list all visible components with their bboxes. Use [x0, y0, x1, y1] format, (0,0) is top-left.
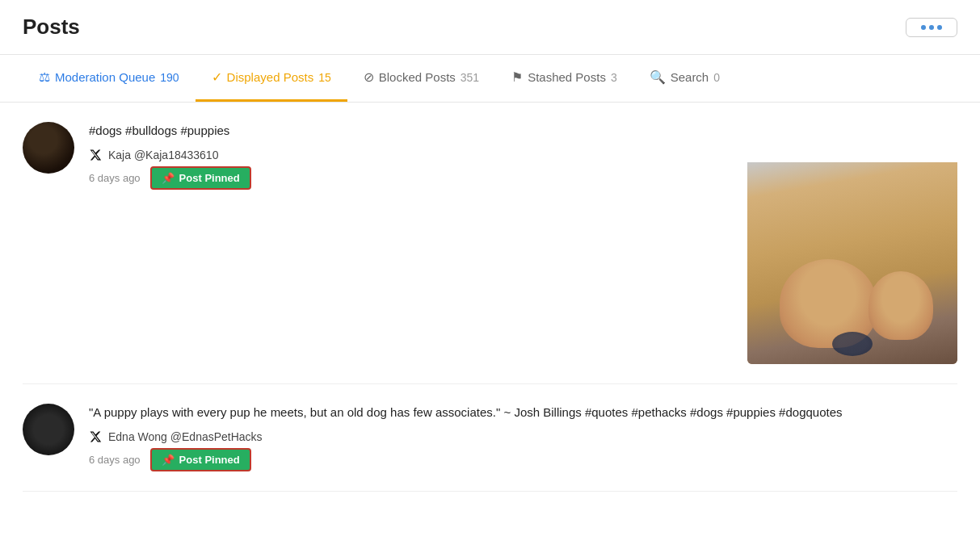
- tab-icon-displayed: ✓: [212, 69, 222, 85]
- tab-count-blocked: 351: [461, 71, 479, 84]
- tab-label-moderation: Moderation Queue: [55, 70, 155, 84]
- page-header: Posts: [0, 0, 980, 55]
- post-content: #dogs #bulldogs #puppies Kaja @Kaja18433…: [89, 122, 733, 190]
- tab-displayed[interactable]: ✓ Displayed Posts 15: [196, 55, 347, 102]
- watermark: [832, 332, 873, 356]
- post-time: 6 days ago: [89, 172, 141, 184]
- tab-icon-blocked: ⊘: [364, 69, 374, 85]
- tab-blocked[interactable]: ⊘ Blocked Posts 351: [347, 55, 495, 102]
- tab-icon-search: 🔍: [650, 69, 666, 85]
- author-avatar: [23, 122, 74, 174]
- tab-label-search: Search: [671, 70, 709, 84]
- author-avatar: [23, 404, 74, 455]
- post-author: Kaja @Kaja18433610: [89, 149, 733, 161]
- tab-label-stashed: Stashed Posts: [528, 70, 606, 84]
- more-dots-icon: [921, 25, 942, 30]
- tab-label-displayed: Displayed Posts: [227, 70, 314, 84]
- post-pinned-button[interactable]: 📌Post Pinned: [150, 448, 251, 471]
- tab-stashed[interactable]: ⚑ Stashed Posts 3: [495, 55, 633, 102]
- post-image: r3ranchbullies ✓ 10 października Obserwu…: [747, 122, 957, 364]
- page-title: Posts: [23, 15, 80, 40]
- x-twitter-icon: [89, 430, 102, 443]
- post-content: "A puppy plays with every pup he meets, …: [89, 404, 957, 471]
- more-options-button[interactable]: [906, 18, 957, 37]
- tab-label-blocked: Blocked Posts: [379, 70, 456, 84]
- author-name: Edna Wong @EdnasPetHacks: [108, 430, 263, 443]
- tabs-bar: ⚖ Moderation Queue 190 ✓ Displayed Posts…: [0, 55, 980, 103]
- post-meta: 6 days ago 📌Post Pinned: [89, 448, 957, 471]
- tab-moderation[interactable]: ⚖ Moderation Queue 190: [23, 55, 196, 102]
- post-author: Edna Wong @EdnasPetHacks: [89, 430, 957, 443]
- posts-list: #dogs #bulldogs #puppies Kaja @Kaja18433…: [0, 103, 980, 492]
- author-name: Kaja @Kaja18433610: [108, 149, 218, 161]
- post-pinned-button[interactable]: 📌Post Pinned: [150, 166, 251, 190]
- tab-count-stashed: 3: [611, 71, 617, 84]
- post-item-2: "A puppy plays with every pup he meets, …: [23, 384, 957, 492]
- tab-count-search: 0: [713, 71, 720, 84]
- bulldog-image-visual: [747, 162, 957, 364]
- x-twitter-icon: [89, 149, 102, 161]
- bulldog-background: r3ranchbullies ✓ 10 października Obserwu…: [747, 162, 957, 364]
- tab-search[interactable]: 🔍 Search 0: [633, 55, 736, 102]
- post-text: "A puppy plays with every pup he meets, …: [89, 404, 957, 422]
- pin-icon: 📌: [162, 172, 175, 184]
- tab-count-displayed: 15: [318, 71, 331, 84]
- post-text: #dogs #bulldogs #puppies: [89, 122, 733, 140]
- post-time: 6 days ago: [89, 454, 141, 466]
- post-image-container: r3ranchbullies ✓ 10 października Obserwu…: [747, 122, 957, 364]
- tab-icon-stashed: ⚑: [511, 69, 523, 85]
- tab-count-moderation: 190: [160, 71, 179, 84]
- pin-icon: 📌: [162, 454, 175, 466]
- post-item-1: #dogs #bulldogs #puppies Kaja @Kaja18433…: [23, 103, 957, 384]
- tab-icon-moderation: ⚖: [39, 69, 50, 85]
- post-meta: 6 days ago 📌Post Pinned: [89, 166, 733, 190]
